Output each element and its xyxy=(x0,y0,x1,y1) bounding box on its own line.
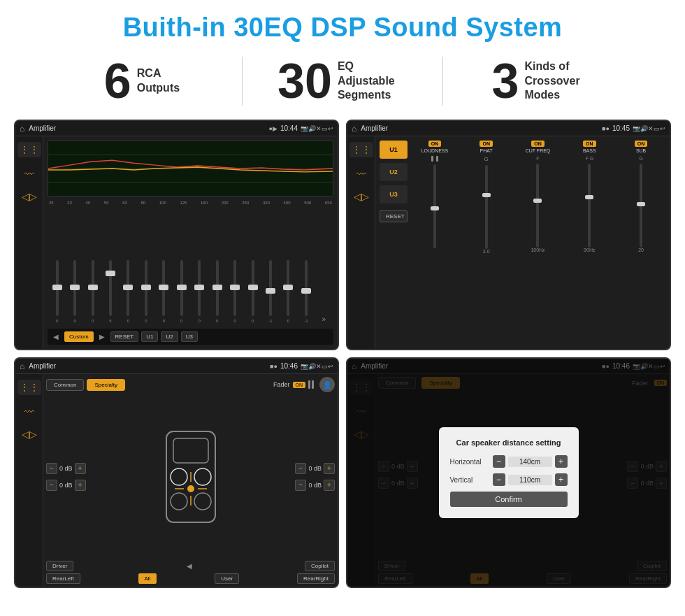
slider-track-8[interactable] xyxy=(198,260,201,316)
slider-thumb-0[interactable] xyxy=(52,285,62,290)
db-minus-bl[interactable]: − xyxy=(46,480,57,491)
db-minus-br[interactable]: − xyxy=(295,480,306,491)
specialty-tab[interactable]: Specialty xyxy=(87,379,124,391)
slider-thumb-1[interactable] xyxy=(70,285,80,290)
user-btn[interactable]: User xyxy=(215,573,239,584)
slider-track-1[interactable] xyxy=(73,260,76,316)
u1-btn[interactable]: U1 xyxy=(141,331,158,342)
slider-thumb-5[interactable] xyxy=(141,285,151,290)
back-icon-1[interactable]: ↩ xyxy=(328,125,333,132)
phat-on[interactable]: ON xyxy=(480,141,493,147)
minimize-icon-3[interactable]: ▭ xyxy=(322,363,328,370)
slider-track-0[interactable] xyxy=(56,260,59,316)
vertical-minus[interactable]: − xyxy=(493,473,505,486)
slider-track-12[interactable] xyxy=(269,260,272,316)
slider-thumb-4[interactable] xyxy=(123,285,133,290)
slider-track-9[interactable] xyxy=(216,260,219,316)
next-btn[interactable]: ▶ xyxy=(96,333,108,341)
cutfreq-slider[interactable] xyxy=(536,164,539,248)
close-icon-1[interactable]: ✕ xyxy=(316,125,322,132)
slider-track-13[interactable] xyxy=(287,260,289,316)
back-icon-3[interactable]: ↩ xyxy=(328,363,333,370)
u3-btn[interactable]: U3 xyxy=(181,331,198,342)
eq-icon-3[interactable]: ⋮⋮ xyxy=(17,380,41,395)
slider-track-11[interactable] xyxy=(252,260,254,316)
slider-thumb-13[interactable] xyxy=(283,285,293,290)
db-plus-tr[interactable]: + xyxy=(324,463,335,474)
slider-thumb-8[interactable] xyxy=(194,285,204,290)
slider-track-14[interactable] xyxy=(305,260,308,316)
home-icon-2[interactable]: ⌂ xyxy=(352,124,356,134)
cutfreq-thumb[interactable] xyxy=(533,199,542,203)
phat-slider[interactable] xyxy=(485,165,488,249)
horizontal-minus[interactable]: − xyxy=(493,455,505,468)
crossover-reset-btn[interactable]: RESET xyxy=(380,210,408,222)
u1-select-btn[interactable]: U1 xyxy=(380,141,408,159)
minimize-icon-2[interactable]: ▭ xyxy=(654,125,660,132)
close-icon-2[interactable]: ✕ xyxy=(648,125,654,132)
cutfreq-on[interactable]: ON xyxy=(531,141,545,147)
slider-thumb-7[interactable] xyxy=(177,285,187,290)
sub-slider[interactable] xyxy=(640,164,642,248)
prev-btn[interactable]: ◀ xyxy=(50,333,62,341)
loudness-slider[interactable] xyxy=(433,164,436,248)
db-plus-tl[interactable]: + xyxy=(75,463,86,474)
reset-btn[interactable]: RESET xyxy=(110,331,139,342)
rearright-btn[interactable]: RearRight xyxy=(297,573,335,584)
db-plus-bl[interactable]: + xyxy=(75,480,86,491)
volume-sidebar-icon[interactable]: ◁▷ xyxy=(22,191,37,202)
back-icon-2[interactable]: ↩ xyxy=(660,125,665,132)
all-btn[interactable]: All xyxy=(138,573,157,584)
slider-track-2[interactable] xyxy=(92,260,94,316)
slider-track-6[interactable] xyxy=(162,260,165,316)
wave-icon-3[interactable]: 〰 xyxy=(24,406,34,417)
wave-icon[interactable]: 〰 xyxy=(24,169,34,180)
db-minus-tl[interactable]: − xyxy=(46,463,57,474)
volume-sidebar-icon-2[interactable]: ◁▷ xyxy=(354,191,369,202)
bass-on[interactable]: ON xyxy=(583,141,596,147)
slider-thumb-2[interactable] xyxy=(88,285,98,290)
loudness-on[interactable]: ON xyxy=(428,141,442,147)
home-icon[interactable]: ⌂ xyxy=(20,124,24,134)
expand-btn[interactable]: » xyxy=(316,308,332,323)
wave-icon-2[interactable]: 〰 xyxy=(356,169,366,180)
u3-select-btn[interactable]: U3 xyxy=(380,185,408,203)
volume-sidebar-icon-3[interactable]: ◁▷ xyxy=(22,429,37,440)
confirm-button[interactable]: Confirm xyxy=(450,492,568,507)
eq-icon-2[interactable]: ⋮⋮ xyxy=(349,142,373,157)
profile-icon[interactable]: 👤 xyxy=(319,377,335,392)
slider-track-5[interactable] xyxy=(145,260,147,316)
custom-btn[interactable]: Custom xyxy=(64,331,94,342)
slider-thumb-6[interactable] xyxy=(159,285,168,290)
common-tab[interactable]: Common xyxy=(46,379,84,391)
slider-track-4[interactable] xyxy=(127,260,129,316)
slider-track-3[interactable] xyxy=(109,260,112,316)
loudness-thumb[interactable] xyxy=(431,206,439,210)
minimize-icon-1[interactable]: ▭ xyxy=(322,125,328,132)
slider-thumb-14[interactable] xyxy=(301,288,311,294)
copilot-btn[interactable]: Copilot xyxy=(305,561,335,571)
bass-thumb[interactable] xyxy=(585,195,593,199)
close-icon-3[interactable]: ✕ xyxy=(316,363,322,370)
slider-thumb-3[interactable] xyxy=(106,271,115,276)
u2-btn[interactable]: U2 xyxy=(161,331,178,342)
driver-btn[interactable]: Driver xyxy=(46,561,73,571)
slider-thumb-9[interactable] xyxy=(212,285,222,290)
sub-thumb[interactable] xyxy=(637,202,645,206)
slider-track-10[interactable] xyxy=(233,260,236,316)
fader-on-badge[interactable]: ON xyxy=(293,382,306,388)
db-plus-br[interactable]: + xyxy=(324,480,335,491)
sub-on[interactable]: ON xyxy=(635,141,648,147)
home-icon-3[interactable]: ⌂ xyxy=(20,361,24,371)
eq-icon[interactable]: ⋮⋮ xyxy=(17,142,41,157)
slider-track-7[interactable] xyxy=(180,260,183,316)
vertical-plus[interactable]: + xyxy=(555,473,568,486)
slider-thumb-10[interactable] xyxy=(230,285,240,290)
slider-thumb-11[interactable] xyxy=(248,285,258,290)
u2-select-btn[interactable]: U2 xyxy=(380,163,408,181)
db-minus-tr[interactable]: − xyxy=(295,463,306,474)
bass-slider[interactable] xyxy=(588,164,591,248)
rearleft-btn[interactable]: RearLeft xyxy=(46,573,80,584)
left-arrow[interactable]: ◀ xyxy=(187,562,192,570)
horizontal-plus[interactable]: + xyxy=(555,455,568,468)
